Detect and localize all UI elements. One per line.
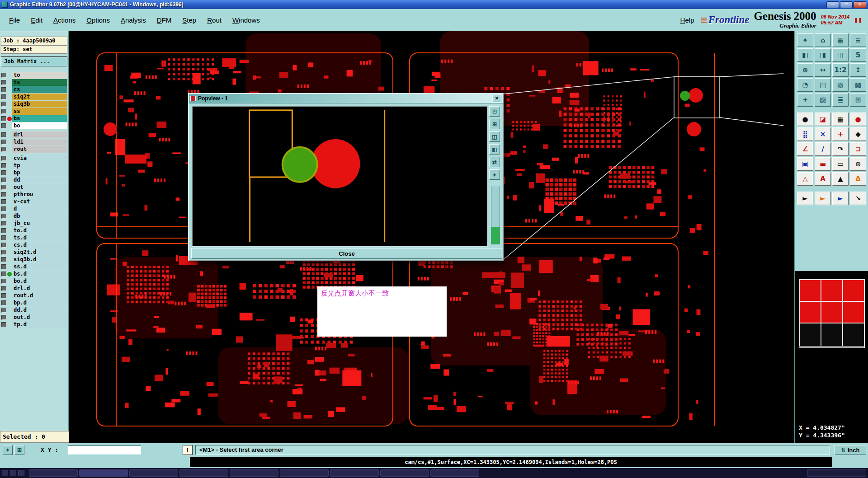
layer-row-rout.d[interactable]: rout.d (1, 292, 67, 299)
alert-icon[interactable]: ! (183, 445, 193, 455)
layer-row-drl[interactable]: drl (1, 131, 67, 138)
menu-options[interactable]: Options (81, 14, 115, 27)
layer-row-bp[interactable]: bp (1, 169, 67, 176)
angle-tool-button[interactable]: ∠ (797, 142, 813, 156)
diamond-tool-button[interactable]: ◆ (850, 127, 866, 141)
add-feature-button[interactable]: + (832, 127, 849, 141)
popview-scroll-thumb[interactable] (491, 227, 500, 244)
layer-checkbox[interactable] (1, 279, 6, 284)
layer-row-tp[interactable]: tp (1, 162, 67, 169)
fit-height-button[interactable]: ↕ (850, 63, 866, 77)
layer-row-ts.d[interactable]: ts.d (1, 234, 67, 241)
layer-checkbox[interactable] (1, 272, 6, 276)
layer-row-cs.d[interactable]: cs.d (1, 242, 67, 248)
layer-row-dd.d[interactable]: dd.d (1, 307, 67, 314)
layer-checkbox[interactable] (1, 87, 6, 92)
pv-swap-button[interactable]: ⇄ (489, 157, 500, 167)
fill-view-button[interactable]: ▩ (850, 78, 866, 92)
layer-checkbox[interactable] (1, 185, 6, 190)
center-view-button[interactable]: ⌖ (797, 33, 813, 47)
layer-checkbox[interactable] (1, 132, 6, 137)
taskbar-icon[interactable] (10, 470, 16, 476)
snap-icon[interactable]: ⌖ (3, 445, 13, 455)
layer-checkbox[interactable] (1, 228, 6, 233)
layer-row-rout[interactable]: rout (1, 146, 67, 153)
open-rect-tool-button[interactable]: ⊐ (850, 142, 866, 156)
pattern-view-button[interactable]: ▨ (815, 93, 831, 107)
layer-row-bp.d[interactable]: bp.d (1, 300, 67, 306)
pv-half-button[interactable]: ◧ (489, 144, 500, 155)
minimize-button[interactable]: — (826, 1, 839, 8)
pv-zoom-in-button[interactable]: ⊞ (489, 119, 500, 129)
layer-row-d[interactable]: d (1, 206, 67, 212)
popview-close-icon[interactable]: ✕ (492, 95, 501, 102)
grid-view-button[interactable]: ▦ (832, 33, 849, 47)
layer-checkbox[interactable] (1, 123, 6, 128)
layer-row-jb_cu[interactable]: jb_cu (1, 220, 67, 227)
rotate-tool-button[interactable]: ↷ (832, 142, 849, 156)
rotate-view-button[interactable]: ◔ (797, 78, 813, 92)
layer-checkbox[interactable] (1, 250, 6, 255)
fit-width-button[interactable]: ↔ (815, 63, 831, 77)
pv-split-button[interactable]: ◫ (489, 131, 500, 142)
layer-row-bs.d[interactable]: bs.d (1, 271, 67, 277)
popview-scrollbar[interactable] (491, 186, 500, 244)
triangle-tool-button[interactable]: △ (797, 172, 813, 186)
layer-row-bs[interactable]: bs (1, 115, 67, 122)
layer-row-v-cut[interactable]: v-cut (1, 198, 67, 205)
menu-rout[interactable]: Rout (202, 14, 227, 27)
pad-tool-button[interactable]: ● (797, 112, 813, 126)
quadrant-tool-button[interactable]: ◪ (815, 112, 831, 126)
menu-actions[interactable]: Actions (48, 14, 81, 27)
taskbar-item[interactable] (230, 469, 278, 477)
zoom-1-2-button[interactable]: 1:2 (832, 63, 849, 77)
layer-row-tp.d[interactable]: tp.d (1, 321, 67, 328)
layer-checkbox[interactable] (1, 102, 6, 107)
pv-center-button[interactable]: ⌖ (489, 169, 500, 180)
popview-window[interactable]: Popview - 1 ✕ ⊡⊞◫◧⇄⌖ Close (188, 93, 504, 261)
layer-row-cs[interactable]: cs (1, 86, 67, 93)
menu-edit[interactable]: Edit (25, 14, 48, 27)
delta-tool-button[interactable]: Δ (850, 172, 866, 186)
layer-checkbox[interactable] (1, 73, 6, 78)
layer-checkbox[interactable] (1, 221, 6, 226)
layer-row-siq2t.d[interactable]: siq2t.d (1, 249, 67, 256)
line-tool-button[interactable]: ∕ (815, 142, 831, 156)
layer-checkbox[interactable] (1, 206, 6, 211)
layer-row-to.d[interactable]: to.d (1, 227, 67, 234)
layer-checkbox[interactable] (1, 293, 6, 298)
units-selector[interactable]: ⇅ Inch (835, 445, 866, 455)
layer-row-bo[interactable]: bo (1, 122, 67, 129)
layer-row-ss.d[interactable]: ss.d (1, 263, 67, 270)
layer-checkbox[interactable] (1, 286, 6, 291)
layer-checkbox[interactable] (1, 156, 6, 161)
delete-tool-button[interactable]: × (815, 127, 831, 141)
layer-row-dd[interactable]: dd (1, 177, 67, 183)
multi-select-arrow-button[interactable]: ► (832, 192, 849, 205)
taskbar-item[interactable] (380, 469, 429, 477)
xy-input[interactable] (68, 445, 141, 455)
filled-triangle-tool-button[interactable]: ▲ (832, 172, 849, 186)
layer-checkbox[interactable] (1, 192, 6, 197)
menu-file[interactable]: File (4, 14, 25, 27)
layer-checkbox[interactable] (1, 147, 6, 152)
highlight-arrow-button[interactable]: ► (815, 192, 831, 205)
layer-checkbox[interactable] (1, 199, 6, 204)
maximize-button[interactable]: ▢ (840, 1, 853, 8)
split-view-button[interactable]: ◫ (832, 48, 849, 62)
layer-row-siq2t[interactable]: siq2t (1, 94, 67, 100)
hatch-view-button[interactable]: ▧ (832, 78, 849, 92)
popview-close-button[interactable]: Close (191, 248, 502, 259)
popview-viewport[interactable] (192, 106, 488, 247)
layer-checkbox[interactable] (1, 94, 6, 99)
panel-overview-grid[interactable] (799, 279, 865, 348)
taskbar-item[interactable] (280, 469, 329, 477)
layer-checkbox[interactable] (1, 300, 6, 305)
taskbar-item[interactable] (179, 469, 228, 477)
zoom-in-button[interactable]: ⊕ (797, 63, 813, 77)
layer-row-pthrou[interactable]: pthrou (1, 191, 67, 198)
job-matrix-button[interactable]: Job Matrix ... (1, 56, 67, 66)
layer-checkbox[interactable] (1, 308, 6, 313)
layer-row-cvia[interactable]: cvia (1, 155, 67, 162)
taskbar-item[interactable] (29, 469, 78, 477)
